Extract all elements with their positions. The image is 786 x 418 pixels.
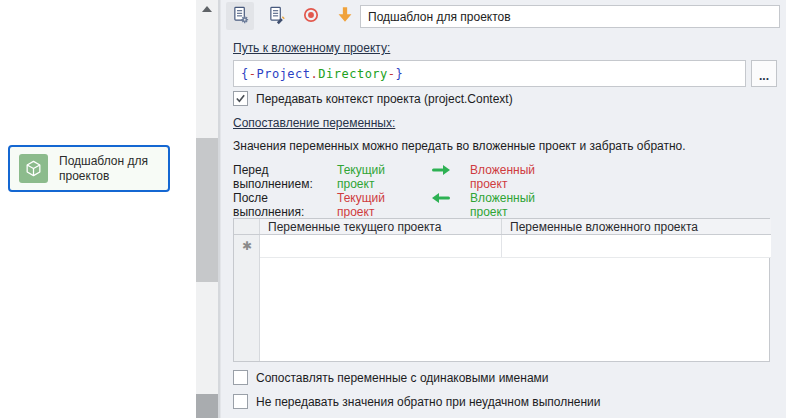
before-from-project: Текущий проект — [337, 163, 385, 191]
subproject-path-value: {-Project.Directory-} — [241, 67, 403, 81]
match-names-label: Сопоставлять переменные с одинаковыми им… — [256, 371, 549, 385]
down-arrow-icon — [333, 3, 357, 30]
document-pencil-icon — [264, 3, 288, 30]
before-execution-label: Перед выполнением: — [233, 163, 313, 191]
table-header-nested-project[interactable]: Переменные вложенного проекта — [501, 219, 771, 234]
pass-context-row: Передавать контекст проекта (project.Con… — [233, 91, 513, 106]
no-return-checkbox[interactable] — [233, 394, 248, 409]
new-row-cell-current[interactable] — [260, 235, 501, 257]
table-row-border — [260, 257, 771, 258]
no-return-label: Не передавать значения обратно при неуда… — [256, 395, 601, 409]
left-arrow-icon — [429, 192, 453, 207]
activity-card-subtemplate[interactable]: Подшаблон для проектов — [8, 145, 170, 192]
variable-mapping-description: Значения переменных можно передать во вл… — [233, 139, 686, 153]
record-icon — [299, 3, 323, 30]
cube-icon — [19, 154, 48, 183]
pass-context-checkbox[interactable] — [233, 91, 248, 106]
subproject-path-link[interactable]: Путь к вложенному проекту: — [233, 41, 390, 55]
activity-title-input[interactable]: Подшаблон для проектов — [360, 5, 780, 28]
before-to-project: Вложенный проект — [470, 163, 535, 191]
table-header-current-project[interactable]: Переменные текущего проекта — [260, 219, 501, 234]
browse-button[interactable]: ... — [751, 60, 777, 87]
scrollbar-bottom-block[interactable] — [196, 394, 218, 418]
after-from-project: Текущий проект — [337, 191, 385, 219]
subproject-path-input[interactable]: {-Project.Directory-} — [233, 60, 746, 87]
after-execution-label: После выполнения: — [233, 191, 304, 219]
document-gear-icon — [228, 3, 252, 30]
record-button[interactable] — [297, 2, 325, 30]
match-names-checkbox[interactable] — [233, 370, 248, 385]
new-row-marker: ✱ — [234, 235, 260, 257]
scroll-up-arrow-icon[interactable] — [202, 6, 212, 12]
no-return-row: Не передавать значения обратно при неуда… — [233, 394, 601, 409]
scrollbar-thumb[interactable] — [196, 138, 218, 282]
variables-table[interactable]: Переменные текущего проекта Переменные в… — [233, 218, 770, 362]
move-down-button[interactable] — [331, 2, 359, 30]
properties-document-button[interactable] — [226, 2, 254, 30]
variable-mapping-link[interactable]: Сопоставление переменных: — [233, 116, 395, 130]
activity-title-value: Подшаблон для проектов — [368, 10, 511, 24]
new-row-cell-nested[interactable] — [501, 235, 771, 257]
vertical-scrollbar[interactable] — [196, 0, 218, 418]
pass-context-label: Передавать контекст проекта (project.Con… — [256, 92, 513, 106]
activity-card-title: Подшаблон для проектов — [59, 154, 159, 184]
match-names-row: Сопоставлять переменные с одинаковыми им… — [233, 370, 549, 385]
workflow-canvas-panel: Подшаблон для проектов — [0, 0, 196, 418]
right-arrow-icon — [429, 164, 453, 179]
after-to-project: Вложенный проект — [470, 191, 535, 219]
edit-document-button[interactable] — [262, 2, 290, 30]
subtemplate-activity-editor: Подшаблон для проектов — [0, 0, 786, 418]
